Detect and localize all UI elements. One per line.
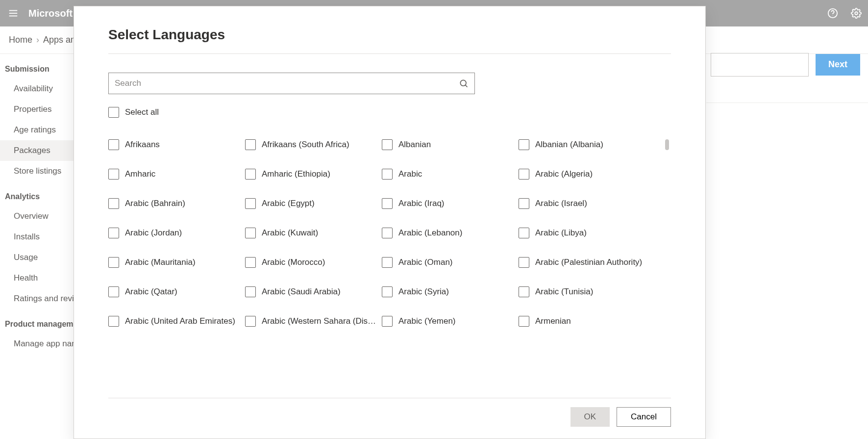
language-label: Arabic (Saudi Arabia)	[262, 287, 341, 297]
language-item[interactable]: Arabic (Qatar)	[108, 286, 241, 297]
language-item[interactable]: Arabic (Western Sahara (Dispute…	[245, 316, 378, 327]
language-item[interactable]: Arabic	[382, 169, 515, 180]
language-checkbox[interactable]	[519, 316, 529, 327]
language-item[interactable]: Arabic (Bahrain)	[108, 198, 241, 209]
language-label: Arabic (Bahrain)	[125, 199, 185, 208]
language-item[interactable]: Arabic (Oman)	[382, 257, 515, 268]
language-label: Albanian	[398, 140, 431, 150]
language-checkbox[interactable]	[519, 257, 529, 268]
language-label: Arabic (Western Sahara (Dispute…	[262, 316, 378, 326]
language-item[interactable]: Arabic (Israel)	[519, 198, 651, 209]
language-checkbox[interactable]	[245, 316, 256, 327]
language-label: Arabic (Syria)	[398, 287, 449, 297]
search-input[interactable]	[115, 78, 459, 88]
language-checkbox[interactable]	[519, 286, 529, 297]
dialog-footer: OK Cancel	[108, 398, 671, 439]
language-checkbox[interactable]	[382, 257, 393, 268]
language-item[interactable]: Arabic (United Arab Emirates)	[108, 316, 241, 327]
language-checkbox[interactable]	[245, 198, 256, 209]
language-item[interactable]: Arabic (Palestinian Authority)	[519, 257, 651, 268]
language-checkbox[interactable]	[245, 169, 256, 180]
language-label: Arabic (Egypt)	[262, 199, 315, 208]
language-label: Arabic (Tunisia)	[535, 287, 593, 297]
language-item[interactable]: Albanian (Albania)	[519, 139, 651, 150]
language-item[interactable]: Arabic (Egypt)	[245, 198, 378, 209]
language-checkbox[interactable]	[519, 169, 529, 180]
select-all-checkbox[interactable]	[108, 107, 119, 118]
language-item[interactable]: Arabic (Lebanon)	[382, 228, 515, 238]
language-item[interactable]: Amharic	[108, 169, 241, 180]
language-checkbox[interactable]	[245, 228, 256, 238]
select-all-row[interactable]: Select all	[108, 107, 671, 118]
language-checkbox[interactable]	[108, 139, 119, 150]
help-icon	[827, 8, 838, 19]
top-bar-right	[821, 0, 868, 26]
language-label: Amharic	[125, 169, 155, 179]
svg-point-6	[460, 80, 466, 86]
language-item[interactable]: Arabic (Libya)	[519, 228, 651, 238]
language-label: Arabic (Yemen)	[398, 316, 456, 326]
language-item[interactable]: Arabic (Morocco)	[245, 257, 378, 268]
language-checkbox[interactable]	[108, 198, 119, 209]
svg-point-4	[832, 15, 833, 16]
language-checkbox[interactable]	[382, 198, 393, 209]
settings-button[interactable]	[844, 0, 868, 26]
language-checkbox[interactable]	[519, 228, 529, 238]
language-checkbox[interactable]	[245, 257, 256, 268]
language-item[interactable]: Arabic (Iraq)	[382, 198, 515, 209]
svg-point-5	[855, 12, 858, 15]
language-checkbox[interactable]	[382, 139, 393, 150]
language-label: Amharic (Ethiopia)	[262, 169, 330, 179]
language-checkbox[interactable]	[108, 286, 119, 297]
language-checkbox[interactable]	[108, 169, 119, 180]
language-checkbox[interactable]	[382, 316, 393, 327]
language-grid: AfrikaansAfrikaans (South Africa)Albania…	[108, 139, 671, 327]
language-checkbox[interactable]	[245, 139, 256, 150]
scrollbar-thumb[interactable]	[665, 139, 669, 150]
language-label: Arabic (Algeria)	[535, 169, 593, 179]
language-label: Arabic (Jordan)	[125, 228, 182, 238]
language-label: Armenian	[535, 316, 571, 326]
language-checkbox[interactable]	[382, 228, 393, 238]
language-item[interactable]: Arabic (Yemen)	[382, 316, 515, 327]
page-field[interactable]	[711, 53, 809, 77]
language-checkbox[interactable]	[519, 139, 529, 150]
language-item[interactable]: Arabic (Tunisia)	[519, 286, 651, 297]
language-checkbox[interactable]	[108, 316, 119, 327]
language-label: Afrikaans	[125, 140, 160, 150]
breadcrumb-home[interactable]: Home	[5, 35, 36, 45]
language-label: Albanian (Albania)	[535, 140, 603, 150]
language-item[interactable]: Arabic (Mauritania)	[108, 257, 241, 268]
language-item[interactable]: Arabic (Kuwait)	[245, 228, 378, 238]
language-label: Arabic (Iraq)	[398, 199, 445, 208]
language-item[interactable]: Afrikaans (South Africa)	[245, 139, 378, 150]
language-item[interactable]: Arabic (Saudi Arabia)	[245, 286, 378, 297]
language-checkbox[interactable]	[519, 198, 529, 209]
language-label: Arabic (Kuwait)	[262, 228, 318, 238]
language-label: Arabic (Lebanon)	[398, 228, 462, 238]
language-checkbox[interactable]	[382, 169, 393, 180]
language-checkbox[interactable]	[108, 228, 119, 238]
search-icon	[459, 78, 469, 88]
language-label: Arabic (Mauritania)	[125, 258, 196, 267]
language-label: Arabic	[398, 169, 422, 179]
gear-icon	[851, 8, 862, 19]
language-item[interactable]: Arabic (Jordan)	[108, 228, 241, 238]
hamburger-menu-button[interactable]	[0, 0, 26, 26]
language-item[interactable]: Armenian	[519, 316, 651, 327]
language-label: Arabic (Libya)	[535, 228, 587, 238]
language-item[interactable]: Arabic (Syria)	[382, 286, 515, 297]
search-box[interactable]	[108, 73, 475, 94]
next-button[interactable]: Next	[816, 54, 860, 76]
language-item[interactable]: Albanian	[382, 139, 515, 150]
language-item[interactable]: Amharic (Ethiopia)	[245, 169, 378, 180]
ok-button[interactable]: OK	[570, 407, 610, 427]
cancel-button[interactable]: Cancel	[617, 407, 671, 427]
language-item[interactable]: Afrikaans	[108, 139, 241, 150]
language-checkbox[interactable]	[245, 286, 256, 297]
dialog-title: Select Languages	[108, 27, 671, 54]
help-button[interactable]	[821, 0, 844, 26]
language-item[interactable]: Arabic (Algeria)	[519, 169, 651, 180]
language-checkbox[interactable]	[108, 257, 119, 268]
language-checkbox[interactable]	[382, 286, 393, 297]
